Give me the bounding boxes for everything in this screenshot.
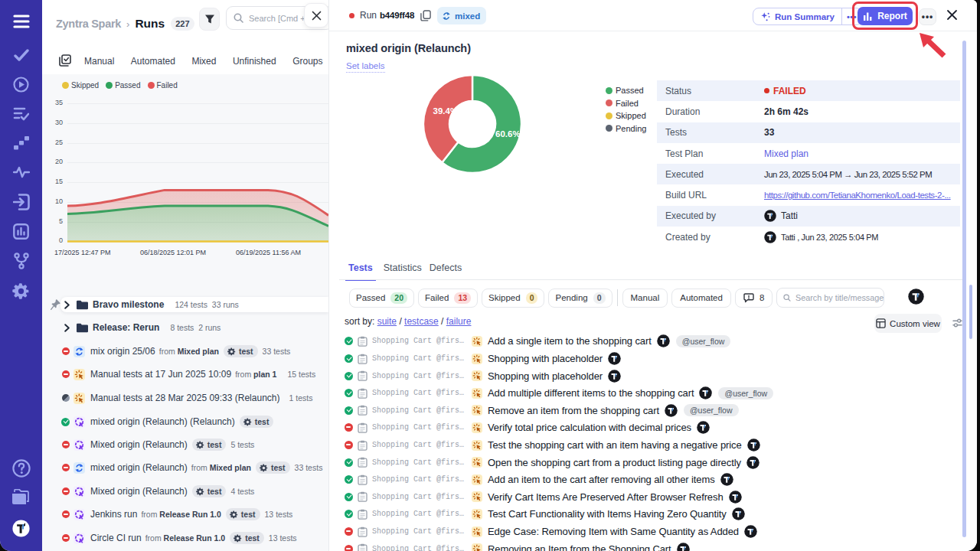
svg-text:39.4%: 39.4% <box>433 106 459 116</box>
svg-text:60.6%: 60.6% <box>495 129 521 139</box>
